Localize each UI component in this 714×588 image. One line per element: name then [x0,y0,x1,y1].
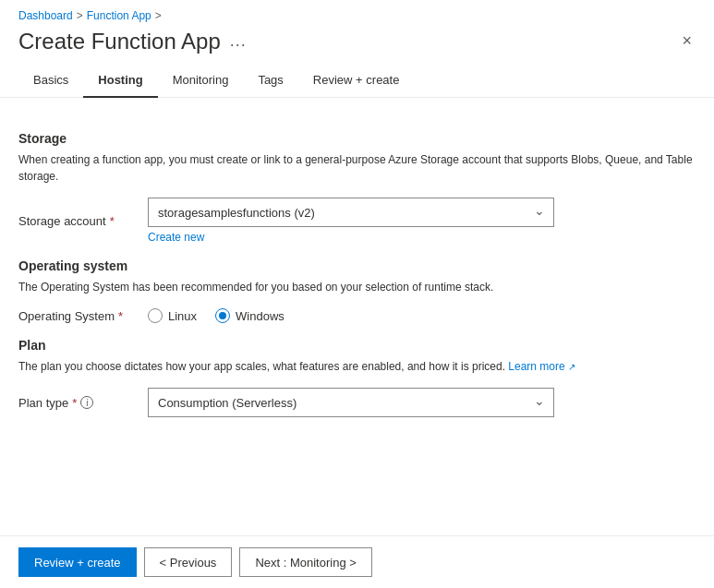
os-section: Operating system The Operating System ha… [18,258,696,323]
os-required-star: * [118,309,123,323]
header-left: Create Function App ... [18,29,247,54]
create-function-app-panel: Dashboard > Function App > Create Functi… [0,0,714,588]
review-create-button[interactable]: Review + create [18,547,137,577]
page-header: Create Function App ... × [0,22,714,64]
main-content: Storage When creating a function app, yo… [0,98,714,535]
breadcrumb-sep2: > [155,9,162,22]
more-options-icon[interactable]: ... [230,31,247,51]
os-linux-label: Linux [168,309,197,323]
tab-monitoring[interactable]: Monitoring [158,64,244,98]
os-windows-option[interactable]: Windows [215,308,284,323]
plan-info-icon[interactable]: i [80,396,93,409]
create-new-link[interactable]: Create new [148,231,204,244]
storage-account-control: storagesamplesfunctions (v2) Create new [148,198,554,244]
os-label: Operating System * [18,309,139,323]
plan-type-control: Consumption (Serverless) Premium App Ser… [148,388,554,417]
os-windows-radio[interactable] [215,308,230,323]
plan-required-star: * [72,396,77,410]
storage-description: When creating a function app, you must c… [18,151,696,185]
previous-button[interactable]: < Previous [144,547,233,577]
os-radio-group: Linux Windows [148,308,284,323]
learn-more-link[interactable]: Learn more [508,360,564,373]
next-button[interactable]: Next : Monitoring > [239,547,371,577]
tab-hosting[interactable]: Hosting [83,64,157,98]
tab-tags[interactable]: Tags [243,64,297,98]
os-linux-radio[interactable] [148,308,163,323]
breadcrumb-dashboard[interactable]: Dashboard [18,9,73,22]
page-title: Create Function App [18,29,221,54]
breadcrumb: Dashboard > Function App > [0,0,714,22]
os-description: The Operating System has been recommende… [18,279,696,295]
plan-description: The plan you choose dictates how your ap… [18,358,696,375]
plan-type-dropdown-wrapper: Consumption (Serverless) Premium App Ser… [148,388,554,417]
plan-type-label: Plan type * i [18,396,139,410]
plan-section: Plan The plan you choose dictates how yo… [18,338,696,417]
close-button[interactable]: × [678,28,696,54]
storage-account-select[interactable]: storagesamplesfunctions (v2) [148,198,554,227]
os-linux-option[interactable]: Linux [148,308,197,323]
external-link-icon: ↗ [568,362,575,372]
os-windows-label: Windows [236,309,284,323]
storage-required-star: * [110,214,115,228]
plan-type-row: Plan type * i Consumption (Serverless) P… [18,388,696,417]
breadcrumb-sep1: > [77,9,83,22]
breadcrumb-function-app[interactable]: Function App [87,9,151,22]
plan-type-select[interactable]: Consumption (Serverless) Premium App Ser… [148,388,554,417]
footer: Review + create < Previous Next : Monito… [0,535,714,588]
storage-section-title: Storage [18,131,696,146]
os-field-row: Operating System * Linux Windows [18,308,696,323]
tab-review-create[interactable]: Review + create [298,64,415,98]
tab-basics[interactable]: Basics [18,64,83,98]
storage-account-dropdown-wrapper: storagesamplesfunctions (v2) [148,198,554,227]
storage-account-label: Storage account * [18,214,139,228]
plan-section-title: Plan [18,338,696,353]
storage-account-row: Storage account * storagesamplesfunction… [18,198,696,244]
os-section-title: Operating system [18,258,696,273]
storage-section: Storage When creating a function app, yo… [18,131,696,244]
tab-bar: Basics Hosting Monitoring Tags Review + … [0,64,714,98]
